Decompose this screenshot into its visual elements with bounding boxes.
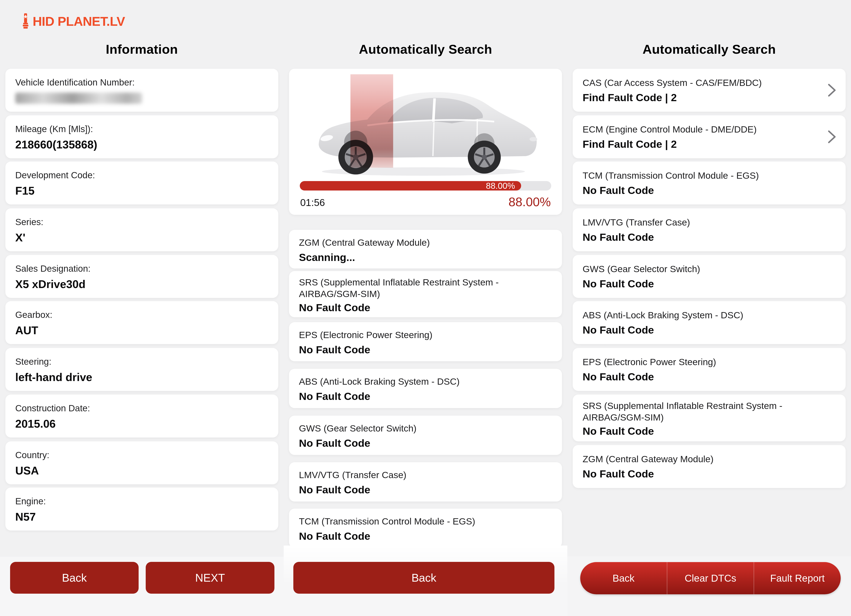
module-row-eps: EPS (Electronic Power Steering) No Fault… [289,322,562,361]
car-scan-image [302,73,549,178]
module-name: GWS (Gear Selector Switch) [299,423,552,435]
module-name: ECM (Engine Control Module - DME/DDE) [583,123,836,135]
panel-auto-search-results: Automatically Search CAS (Car Access Sys… [567,0,851,616]
module-status: Scanning... [299,252,552,263]
module-name: ABS (Anti-Lock Braking System - DSC) [583,309,836,321]
back-button[interactable]: Back [580,562,667,594]
field-value: X' [15,231,268,244]
scan-percent: 88.00% [508,195,551,209]
module-status: No Fault Code [583,426,836,437]
result-row-lmv-vtg: LMV/VTG (Transfer Case) No Fault Code [573,208,846,251]
module-name: EPS (Electronic Power Steering) [299,329,552,341]
next-button[interactable]: NEXT [146,562,274,594]
module-row-gws: GWS (Gear Selector Switch) No Fault Code [289,416,562,455]
module-status: No Fault Code [299,302,552,313]
field-label: Construction Date: [15,403,268,414]
info-card-development-code: Development Code: F15 [5,162,278,204]
module-name: SRS (Supplemental Inflatable Restraint S… [583,400,836,423]
module-name: EPS (Electronic Power Steering) [583,356,836,368]
field-value: left-hand drive [15,371,268,384]
result-row-cas[interactable]: CAS (Car Access System - CAS/FEM/BDC) Fi… [573,69,846,112]
field-value: 2015.06 [15,418,268,430]
page-title: Automatically Search [567,42,851,57]
info-card-vin: Vehicle Identification Number: [5,69,278,112]
result-row-abs: ABS (Anti-Lock Braking System - DSC) No … [573,301,846,344]
module-name: LMV/VTG (Transfer Case) [583,216,836,229]
scan-progress-track: 88.00% [300,181,551,190]
scan-beam-overlay [350,74,393,168]
info-card-gearbox: Gearbox: AUT [5,301,278,344]
module-name: CAS (Car Access System - CAS/FEM/BDC) [583,77,836,89]
field-value: N57 [15,511,268,523]
module-name: GWS (Gear Selector Switch) [583,263,836,275]
module-status: No Fault Code [299,484,552,496]
info-card-country: Country: USA [5,441,278,484]
progress-bar-label: 88.00% [486,181,515,191]
rear-wheel [468,141,501,174]
field-value: AUT [15,324,268,337]
module-name: TCM (Transmission Control Module - EGS) [583,170,836,182]
fault-report-button[interactable]: Fault Report [754,562,841,594]
module-name: LMV/VTG (Transfer Case) [299,469,552,481]
info-card-steering: Steering: left-hand drive [5,348,278,391]
result-row-gws: GWS (Gear Selector Switch) No Fault Code [573,255,846,298]
page-title: Automatically Search [284,42,567,57]
vin-redacted-value [15,93,142,104]
module-status: No Fault Code [299,531,552,542]
chevron-right-icon [827,129,837,144]
module-status: Find Fault Code | 2 [583,139,836,150]
field-label: Development Code: [15,170,268,181]
module-name: ZGM (Central Gateway Module) [583,453,836,465]
module-row-zgm: ZGM (Central Gateway Module) Scanning... [289,230,562,268]
info-card-series: Series: X' [5,208,278,251]
field-value: USA [15,465,268,477]
module-status: No Fault Code [299,438,552,449]
module-status: No Fault Code [583,324,836,336]
field-label: Gearbox: [15,309,268,320]
module-status: No Fault Code [299,391,552,402]
module-name: SRS (Supplemental Inflatable Restraint S… [299,277,552,300]
field-label: Series: [15,216,268,228]
module-status: No Fault Code [583,232,836,243]
info-card-engine: Engine: N57 [5,487,278,531]
logo-text: HID PLANET.LV [33,14,125,29]
module-row-tcm: TCM (Transmission Control Module - EGS) … [289,509,562,548]
back-button[interactable]: Back [10,562,138,594]
result-row-ecm[interactable]: ECM (Engine Control Module - DME/DDE) Fi… [573,115,846,158]
module-status: No Fault Code [583,278,836,290]
info-card-mileage: Mileage (Km [Mls]): 218660(135868) [5,115,278,158]
module-row-abs: ABS (Anti-Lock Braking System - DSC) No … [289,369,562,408]
module-name: TCM (Transmission Control Module - EGS) [299,516,552,528]
module-status: Find Fault Code | 2 [583,92,836,103]
module-name: ABS (Anti-Lock Braking System - DSC) [299,376,552,388]
module-row-srs: SRS (Supplemental Inflatable Restraint S… [289,271,562,317]
result-row-tcm: TCM (Transmission Control Module - EGS) … [573,162,846,204]
chevron-right-icon [827,83,837,97]
panel-information: HID PLANET.LV Information Vehicle Identi… [0,0,284,616]
result-row-zgm: ZGM (Central Gateway Module) No Fault Co… [573,445,846,488]
module-status: No Fault Code [583,185,836,196]
scan-progress-card: 88.00% 01:56 88.00% [289,69,562,215]
field-label: Sales Designation: [15,263,268,274]
page-title: Information [0,42,284,57]
field-value: F15 [15,184,268,197]
module-status: No Fault Code [299,344,552,356]
result-row-srs: SRS (Supplemental Inflatable Restraint S… [573,394,846,441]
progress-fill: 88.00% [300,181,521,190]
field-label: Vehicle Identification Number: [15,77,268,88]
field-label: Steering: [15,356,268,367]
module-row-lmv-vtg: LMV/VTG (Transfer Case) No Fault Code [289,462,562,502]
clear-dtcs-button[interactable]: Clear DTCs [667,562,754,594]
field-label: Engine: [15,496,268,507]
elapsed-time: 01:56 [300,197,325,208]
module-name: ZGM (Central Gateway Module) [299,237,552,249]
result-row-eps: EPS (Electronic Power Steering) No Fault… [573,348,846,391]
module-status: No Fault Code [583,371,836,383]
app-logo: HID PLANET.LV [21,13,125,29]
info-card-construction-date: Construction Date: 2015.06 [5,394,278,438]
back-button[interactable]: Back [293,562,555,594]
field-value: X5 xDrive30d [15,278,268,291]
module-status: No Fault Code [583,468,836,480]
info-card-sales-designation: Sales Designation: X5 xDrive30d [5,255,278,298]
field-value: 218660(135868) [15,138,268,151]
